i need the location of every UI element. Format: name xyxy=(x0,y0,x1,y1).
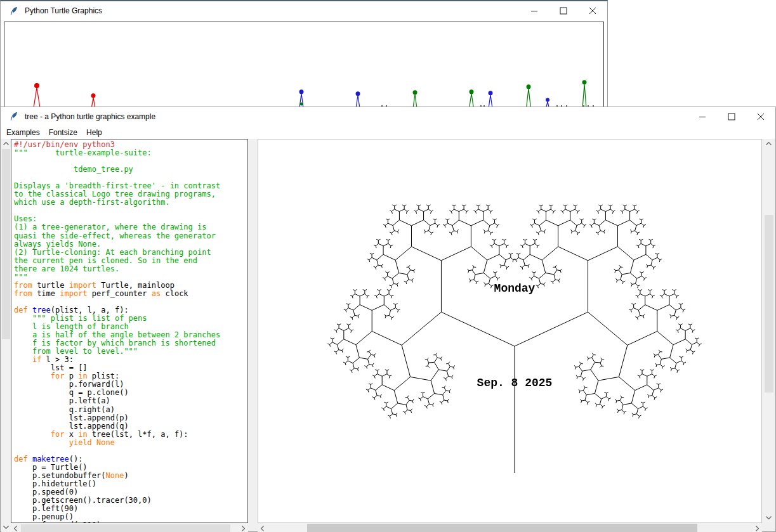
close-icon xyxy=(589,7,596,15)
scroll-down-icon[interactable] xyxy=(1,522,11,532)
turtle-graphics-canvas xyxy=(4,22,602,108)
front-window-title: tree - a Python turtle graphics example xyxy=(25,112,155,121)
window-turtledemo-tree: tree - a Python turtle graphics example … xyxy=(0,107,776,532)
scroll-left-icon[interactable] xyxy=(11,524,20,532)
tree-canvas xyxy=(258,139,761,522)
tk-feather-icon xyxy=(9,112,18,121)
minimize-icon xyxy=(530,7,538,15)
minimize-icon xyxy=(699,113,706,120)
front-maximize-button[interactable] xyxy=(717,107,746,126)
front-titlebar[interactable]: tree - a Python turtle graphics example xyxy=(1,107,775,126)
maximize-icon xyxy=(728,113,735,120)
close-icon xyxy=(757,113,765,120)
front-close-button[interactable] xyxy=(746,107,775,126)
tk-feather-icon xyxy=(9,6,18,16)
scroll-left-icon[interactable] xyxy=(258,524,267,532)
code-text: #!/usr/bin/env python3""" turtle-example… xyxy=(14,141,220,523)
back-window-title: Python Turtle Graphics xyxy=(25,6,102,15)
back-titlebar[interactable]: Python Turtle Graphics xyxy=(1,1,607,20)
menu-help[interactable]: Help xyxy=(82,126,107,139)
code-vertical-scrollbar[interactable] xyxy=(1,139,11,532)
canvas-hscroll-thumb[interactable] xyxy=(307,524,697,532)
scroll-right-icon[interactable] xyxy=(239,524,248,532)
front-minimize-button[interactable] xyxy=(688,107,717,126)
source-code-viewer[interactable]: #!/usr/bin/env python3""" turtle-example… xyxy=(11,139,248,523)
back-close-button[interactable] xyxy=(578,1,607,20)
back-minimize-button[interactable] xyxy=(520,1,549,20)
turtle-drawing-area xyxy=(258,139,762,523)
canvas-horizontal-scrollbar[interactable] xyxy=(258,524,762,532)
scroll-up-icon[interactable] xyxy=(1,139,11,148)
scroll-up-icon[interactable] xyxy=(764,139,773,148)
code-horizontal-scrollbar[interactable] xyxy=(11,524,248,532)
menu-fontsize[interactable]: Fontsize xyxy=(44,126,82,139)
canvas-vscroll-thumb[interactable] xyxy=(765,215,773,393)
turtle-graphics-canvas-frame xyxy=(4,22,604,108)
maximize-icon xyxy=(560,7,567,15)
scroll-right-icon[interactable] xyxy=(753,524,762,532)
canvas-vertical-scrollbar[interactable] xyxy=(764,139,774,522)
code-vscroll-thumb[interactable] xyxy=(2,149,10,339)
menu-examples[interactable]: Examples xyxy=(2,126,44,139)
menubar: Examples Fontsize Help xyxy=(1,126,775,139)
scroll-down-icon[interactable] xyxy=(764,513,773,522)
back-maximize-button[interactable] xyxy=(549,1,578,20)
code-hscroll-thumb[interactable] xyxy=(21,524,230,532)
